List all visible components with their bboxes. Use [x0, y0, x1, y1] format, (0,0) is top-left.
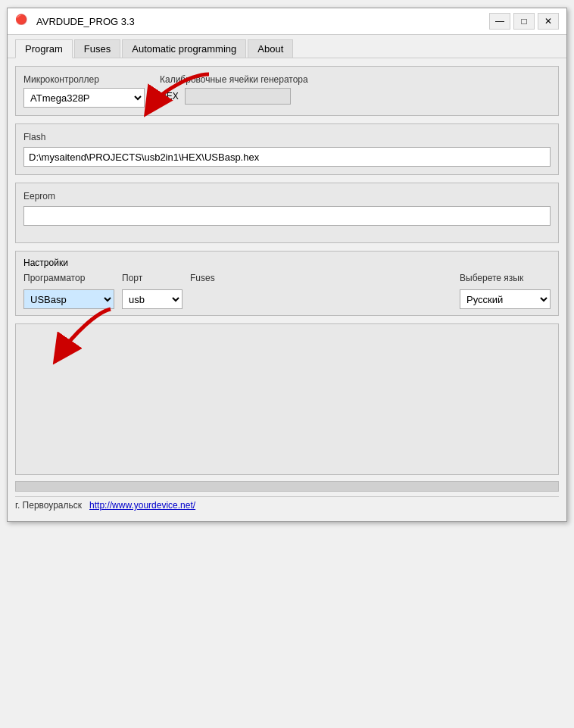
calibration-section: Калибровочные ячейки генератора HEX — [160, 74, 551, 105]
hex-input[interactable] — [185, 88, 291, 105]
eeprom-label: Eeprom — [23, 191, 551, 202]
minimize-button[interactable]: — — [489, 13, 510, 30]
language-select[interactable]: Русский English — [460, 289, 551, 309]
hex-label: HEX — [160, 91, 179, 102]
log-area — [15, 323, 559, 475]
title-bar: 🔴 AVRDUDE_PROG 3.3 — □ ✕ — [8, 8, 566, 35]
close-button[interactable]: ✕ — [538, 13, 559, 30]
eeprom-file-input[interactable] — [23, 206, 551, 226]
window-controls: — □ ✕ — [489, 13, 559, 30]
progress-bar — [15, 481, 559, 492]
eeprom-panel: Eeprom — [15, 183, 559, 243]
calibration-label: Калибровочные ячейки генератора — [160, 74, 551, 85]
port-label: Порт — [122, 273, 182, 283]
settings-row: Программатор USBasp Arduino STK500 AVR91… — [23, 273, 551, 309]
mc-label: Микроконтроллер — [23, 74, 145, 85]
settings-panel: Настройки Программатор USBasp Arduino ST… — [15, 251, 559, 316]
port-col: Порт usb COM1 COM2 COM3 — [122, 273, 182, 309]
flash-label: Flash — [23, 132, 551, 142]
mc-wrapper: Микроконтроллер ATmega328P ATmega328 ATm… — [23, 74, 145, 108]
maximize-button[interactable]: □ — [513, 13, 535, 30]
mc-cal-row: Микроконтроллер ATmega328P ATmega328 ATm… — [23, 74, 551, 108]
port-select[interactable]: usb COM1 COM2 COM3 — [122, 289, 182, 309]
app-icon: 🔴 — [15, 14, 30, 29]
tab-program[interactable]: Program — [15, 39, 73, 58]
tab-automatic[interactable]: Automatic programming — [122, 39, 246, 58]
mc-select[interactable]: ATmega328P ATmega328 ATmega168P ATmega16… — [23, 88, 145, 108]
fuses-col: Fuses — [190, 273, 452, 286]
title-bar-left: 🔴 AVRDUDE_PROG 3.3 — [15, 14, 135, 29]
micro-cal-panel: Микроконтроллер ATmega328P ATmega328 ATm… — [15, 66, 559, 116]
main-window: 🔴 AVRDUDE_PROG 3.3 — □ ✕ Program Fuses A… — [7, 8, 567, 522]
programmer-label: Программатор — [23, 273, 114, 283]
status-city: г. Первоуральск — [15, 500, 82, 511]
programmer-select[interactable]: USBasp Arduino STK500 AVR910 — [23, 289, 114, 309]
programmer-col: Программатор USBasp Arduino STK500 AVR91… — [23, 273, 114, 309]
tab-about[interactable]: About — [248, 39, 293, 58]
status-url[interactable]: http://www.yourdevice.net/ — [89, 500, 195, 511]
language-col: Выберете язык Русский English — [460, 273, 551, 309]
status-bar: г. Первоуральск http://www.yourdevice.ne… — [15, 496, 559, 514]
window-title: AVRDUDE_PROG 3.3 — [36, 16, 135, 27]
tabs-bar: Program Fuses Automatic programming Abou… — [8, 35, 566, 58]
content-area: Микроконтроллер ATmega328P ATmega328 ATm… — [8, 58, 566, 521]
hex-row: HEX — [160, 88, 551, 105]
tab-fuses[interactable]: Fuses — [74, 39, 120, 58]
flash-file-input[interactable] — [23, 147, 551, 167]
language-label: Выберете язык — [460, 273, 551, 283]
flash-panel: Flash document.querySelector('[data-name… — [15, 123, 559, 175]
settings-title: Настройки — [23, 258, 551, 268]
fuses-setting-label: Fuses — [190, 273, 452, 283]
